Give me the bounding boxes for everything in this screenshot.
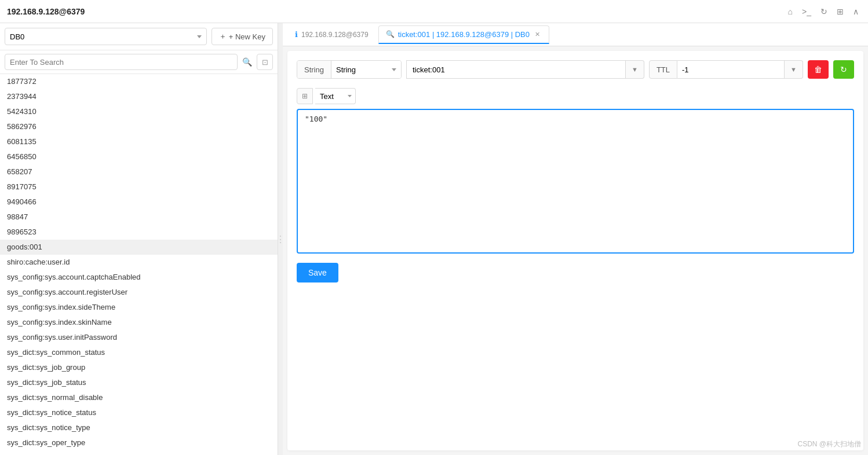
list-item[interactable]: 5862976: [0, 119, 278, 134]
list-item[interactable]: 658207: [0, 164, 278, 179]
list-item[interactable]: sys_dict:sys_notice_type: [0, 420, 278, 435]
ttl-label: TTL: [649, 60, 677, 79]
key-list: 1877372237394454243105862976608113564568…: [0, 74, 278, 455]
list-item[interactable]: 98847: [0, 210, 278, 225]
list-item[interactable]: sys_dict:sys_oper_type: [0, 435, 278, 450]
info-icon: ℹ: [295, 30, 298, 39]
list-item[interactable]: shiro:cache:user.id: [0, 255, 278, 270]
grid-icon[interactable]: ⊞: [834, 6, 846, 17]
list-item[interactable]: goods:001: [0, 240, 278, 255]
list-item[interactable]: 5424310: [0, 104, 278, 119]
view-format-select[interactable]: Text JSON HEX Binary: [315, 88, 356, 104]
list-item[interactable]: sys_config:sys.index.skinName: [0, 315, 278, 330]
list-item[interactable]: sys_dict:sys_normal_disable: [0, 390, 278, 405]
search-input[interactable]: [5, 54, 238, 70]
right-panel: ℹ 192.168.9.128@6379 🔍 ticket:001 | 192.…: [283, 23, 868, 455]
chevron-up-icon[interactable]: ∧: [851, 6, 861, 17]
home-icon[interactable]: ⌂: [786, 6, 795, 17]
ttl-group: TTL ▼: [649, 60, 803, 79]
list-item[interactable]: sys_dict:sys_job_group: [0, 360, 278, 375]
tab-server[interactable]: ℹ 192.168.9.128@6379: [287, 25, 376, 44]
left-panel: DB0 DB1 DB2 DB3 ＋ + New Key 🔍 ⊡ 18773722…: [0, 23, 278, 455]
refresh-key-button[interactable]: ↻: [833, 60, 854, 79]
list-item[interactable]: 9896523: [0, 225, 278, 240]
tab-key[interactable]: 🔍 ticket:001 | 192.168.9.128@6379 | DB0 …: [378, 25, 549, 44]
db-select[interactable]: DB0 DB1 DB2 DB3: [5, 28, 207, 45]
list-item[interactable]: 6456850: [0, 149, 278, 164]
filter-button[interactable]: ⊡: [257, 54, 273, 70]
list-item[interactable]: 1877372: [0, 74, 278, 89]
delete-button[interactable]: 🗑: [808, 60, 829, 79]
page-title: 192.168.9.128@6379: [7, 7, 85, 16]
key-name-chevron[interactable]: ▼: [626, 60, 644, 79]
ttl-input[interactable]: [677, 60, 785, 79]
key-config-row: String String Hash List Set ZSet ▼: [297, 60, 854, 79]
value-editor[interactable]: "100": [297, 109, 854, 254]
left-toolbar: DB0 DB1 DB2 DB3 ＋ + New Key: [0, 23, 278, 50]
format-icon: ⊞: [297, 88, 313, 104]
save-button[interactable]: Save: [297, 263, 338, 282]
main-layout: DB0 DB1 DB2 DB3 ＋ + New Key 🔍 ⊡ 18773722…: [0, 23, 868, 455]
view-format-row: ⊞ Text JSON HEX Binary: [297, 88, 854, 104]
type-dropdown[interactable]: String Hash List Set ZSet: [331, 60, 401, 79]
search-bar: 🔍 ⊡: [0, 50, 278, 74]
search-tab-icon: 🔍: [386, 30, 395, 38]
plus-icon: ＋: [219, 31, 227, 42]
watermark: CSDN @科大扫地僧: [797, 439, 861, 449]
tab-server-label: 192.168.9.128@6379: [301, 31, 369, 39]
list-item[interactable]: 8917075: [0, 179, 278, 195]
key-name-input[interactable]: [406, 60, 626, 79]
refresh-key-icon: ↻: [840, 65, 847, 74]
table-icon: ⊞: [302, 92, 308, 100]
ttl-chevron[interactable]: ▼: [785, 60, 803, 79]
list-item[interactable]: sys_config:sys.index.sideTheme: [0, 300, 278, 315]
content-area: String String Hash List Set ZSet ▼: [287, 51, 863, 450]
list-item[interactable]: sys_dict:sys_common_status: [0, 345, 278, 360]
tab-key-label: ticket:001 | 192.168.9.128@6379 | DB0: [398, 30, 530, 39]
new-key-button[interactable]: ＋ + New Key: [211, 28, 273, 45]
refresh-icon[interactable]: ↻: [818, 6, 830, 17]
search-button[interactable]: 🔍: [240, 56, 254, 68]
type-label: String: [297, 60, 331, 79]
list-item[interactable]: 6081135: [0, 134, 278, 149]
list-item[interactable]: sys_dict:sys_show_hide: [0, 450, 278, 455]
list-item[interactable]: 9490466: [0, 195, 278, 210]
list-item[interactable]: sys_dict:sys_job_status: [0, 375, 278, 390]
list-item[interactable]: sys_dict:sys_notice_status: [0, 405, 278, 420]
key-name-group: ▼: [406, 60, 644, 79]
list-item[interactable]: sys_config:sys.account.registerUser: [0, 285, 278, 300]
list-item[interactable]: 2373944: [0, 89, 278, 104]
terminal-icon[interactable]: >_: [800, 6, 814, 17]
top-bar-actions: ⌂ >_ ↻ ⊞ ∧: [786, 6, 861, 17]
list-item[interactable]: sys_config:sys.user.initPassword: [0, 330, 278, 345]
type-selector: String String Hash List Set ZSet: [297, 60, 402, 79]
tab-close-button[interactable]: ✕: [533, 30, 542, 39]
trash-icon: 🗑: [814, 65, 822, 74]
panel-divider[interactable]: [278, 23, 283, 455]
tabs-row: ℹ 192.168.9.128@6379 🔍 ticket:001 | 192.…: [283, 23, 868, 46]
list-item[interactable]: sys_config:sys.account.captchaEnabled: [0, 270, 278, 285]
top-bar: 192.168.9.128@6379 ⌂ >_ ↻ ⊞ ∧: [0, 0, 868, 23]
